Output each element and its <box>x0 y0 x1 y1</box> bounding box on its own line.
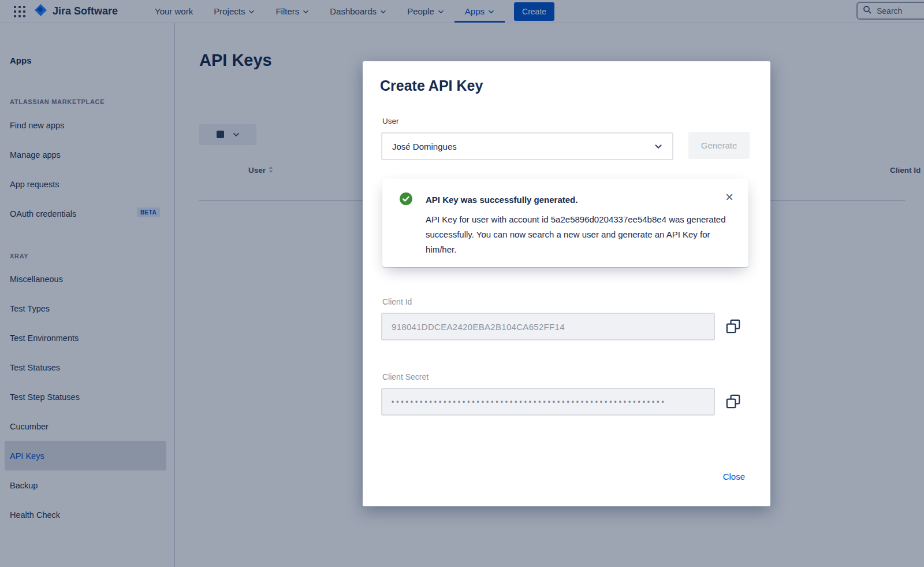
flag-message: API Key for user with account id 5a2e589… <box>426 212 740 257</box>
user-select[interactable]: José Domingues <box>381 132 673 160</box>
chevron-down-icon <box>654 144 662 149</box>
client-id-value: 918041DDCEA2420EBA2B104CA652FF14 <box>392 322 565 332</box>
copy-icon <box>725 394 741 411</box>
success-flag: API Key was successfully generated. × AP… <box>382 179 748 267</box>
user-field-label: User <box>382 117 399 125</box>
client-secret-field[interactable]: ••••••••••••••••••••••••••••••••••••••••… <box>381 388 715 416</box>
copy-client-id-button[interactable] <box>723 317 743 337</box>
jira-page: Jira Software Your work Projects Filters… <box>0 0 924 567</box>
client-secret-masked-value: ••••••••••••••••••••••••••••••••••••••••… <box>392 398 666 406</box>
client-secret-label: Client Secret <box>382 372 429 381</box>
user-select-value: José Domingues <box>392 142 457 151</box>
modal-title: Create API Key <box>380 77 483 94</box>
copy-client-secret-button[interactable] <box>723 392 743 412</box>
flag-title: API Key was successfully generated. <box>426 195 578 205</box>
flag-close-icon[interactable]: × <box>725 190 733 204</box>
success-check-icon <box>400 192 412 205</box>
client-id-field[interactable]: 918041DDCEA2420EBA2B104CA652FF14 <box>381 313 715 340</box>
copy-icon <box>725 318 741 336</box>
modal-close-button[interactable]: Close <box>723 472 745 481</box>
generate-button[interactable]: Generate <box>688 132 750 159</box>
client-id-label: Client Id <box>382 297 412 306</box>
create-api-key-modal: Create API Key User José Domingues Gener… <box>363 61 770 506</box>
